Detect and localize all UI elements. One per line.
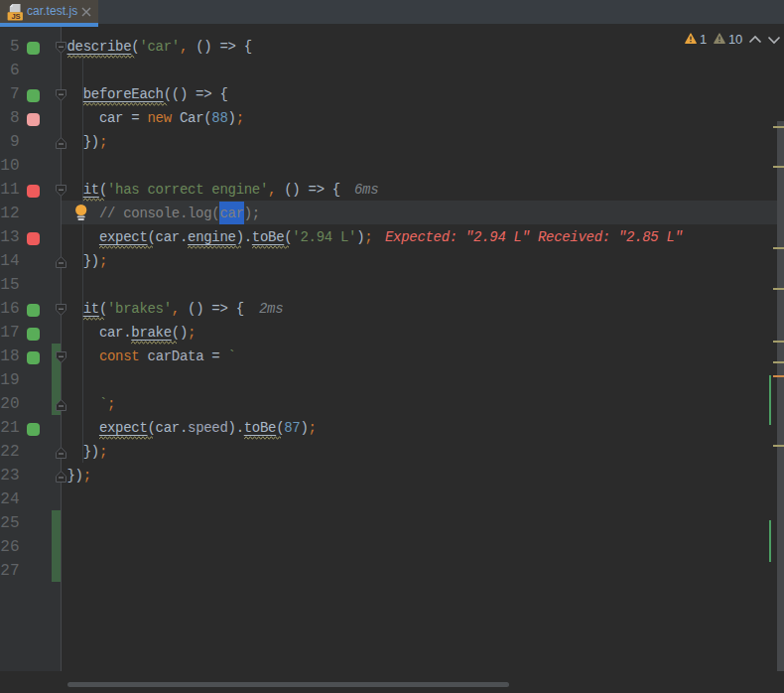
svg-text:JS: JS [12, 12, 21, 21]
